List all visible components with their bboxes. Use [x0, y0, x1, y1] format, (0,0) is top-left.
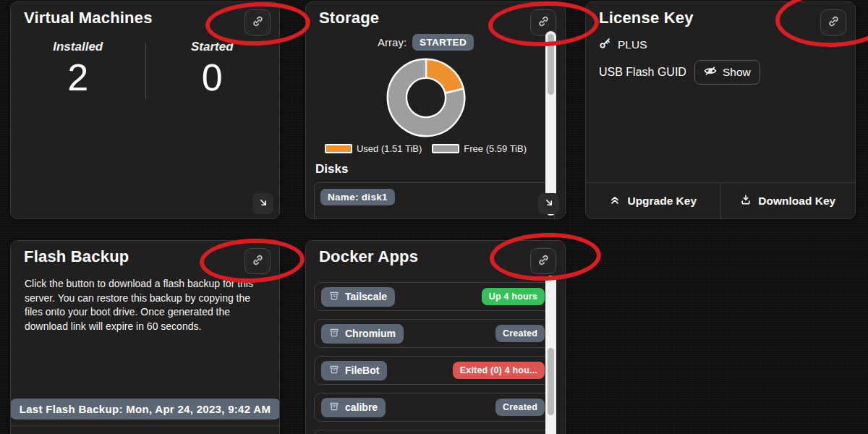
docker-app-name: FileBot — [345, 365, 379, 376]
disks-heading: Disks — [315, 162, 348, 176]
download-key-label: Download Key — [758, 195, 835, 208]
angles-up-icon — [609, 194, 621, 208]
vm-started-column: Started 0 — [145, 40, 280, 96]
array-status-badge: STARTED — [412, 34, 474, 51]
docker-scrollbar-thumb[interactable] — [548, 348, 554, 415]
free-legend-label: Free (5.59 TiB) — [464, 143, 527, 154]
legend-item-free: Free (5.59 TiB) — [432, 143, 527, 154]
docker-app-row-filebot: FileBot Exited (0) 4 hou... — [314, 356, 552, 385]
license-key-card: License Key PLUS USB Flash GUID Show Upg… — [585, 1, 856, 219]
flash-backup-card: Flash Backup Click the button to downloa… — [10, 240, 280, 434]
usb-guid-label: USB Flash GUID — [599, 66, 686, 79]
flash-footer-divider — [11, 425, 279, 426]
docker-app-name: calibre — [345, 401, 378, 413]
legend-item-used: Used (1.51 TiB) — [325, 143, 422, 154]
docker-app-badge[interactable]: calibre — [321, 398, 386, 417]
docker-app-row-calibre: calibre Created — [314, 393, 552, 422]
eye-slash-icon — [704, 64, 717, 80]
license-tier-label: PLUS — [618, 38, 647, 51]
vm-started-label: Started — [145, 40, 280, 54]
free-swatch — [432, 144, 459, 153]
storage-donut-chart — [306, 54, 545, 141]
upgrade-key-label: Upgrade Key — [627, 195, 697, 208]
docker-app-row-tailscale: Tailscale Up 4 hours — [314, 282, 552, 311]
link-icon — [537, 253, 550, 270]
license-footer: Upgrade Key Download Key — [586, 182, 855, 218]
docker-app-list: Tailscale Up 4 hours Chromium Created Fi… — [314, 282, 552, 434]
docker-app-status-badge: Created — [495, 399, 545, 416]
archive-box-icon — [329, 291, 339, 303]
show-guid-button[interactable]: Show — [694, 60, 760, 85]
archive-box-icon — [329, 365, 339, 377]
docker-scrollbar[interactable] — [545, 276, 556, 434]
docker-app-status-badge: Created — [495, 325, 545, 342]
vm-installed-label: Installed — [11, 40, 145, 54]
link-icon — [827, 14, 841, 31]
used-swatch — [325, 144, 352, 153]
expand-arrow-icon — [543, 197, 555, 211]
upgrade-key-button[interactable]: Upgrade Key — [586, 183, 720, 218]
flash-backup-description: Click the button to download a flash bac… — [25, 277, 268, 333]
storage-chart-legend: Used (1.51 TiB) Free (5.59 TiB) — [306, 143, 545, 154]
docker-app-row-chromium: Chromium Created — [314, 319, 552, 348]
used-legend-label: Used (1.51 TiB) — [357, 143, 422, 154]
docker-apps-card: Docker Apps Tailscale Up 4 hours Chromiu… — [305, 240, 566, 434]
vm-column-divider — [145, 43, 147, 99]
show-guid-label: Show — [723, 66, 751, 79]
docker-app-badge[interactable]: Tailscale — [321, 287, 395, 307]
archive-box-icon — [329, 328, 339, 340]
storage-donut — [383, 54, 469, 141]
license-tier-row: PLUS — [599, 37, 647, 52]
last-flash-backup-badge: Last Flash Backup: Mon, Apr 24, 2023, 9:… — [10, 399, 280, 420]
docker-app-row-partial — [314, 430, 552, 434]
docker-link-button[interactable] — [530, 248, 556, 274]
link-icon — [251, 253, 265, 270]
docker-app-status-badge: Up 4 hours — [482, 288, 545, 305]
key-icon — [599, 37, 611, 52]
flash-link-button[interactable] — [244, 248, 271, 274]
docker-app-name: Chromium — [345, 328, 396, 339]
docker-app-name: Tailscale — [345, 291, 387, 302]
expand-arrow-icon — [258, 197, 269, 211]
storage-scrollbar-thumb[interactable] — [548, 34, 554, 95]
vm-installed-value: 2 — [11, 59, 145, 96]
vm-expand-button[interactable] — [252, 193, 273, 214]
license-card-title: License Key — [599, 9, 694, 27]
virtual-machines-card: Virtual Machines Installed 2 Started 0 — [10, 1, 280, 219]
storage-expand-button[interactable] — [538, 193, 559, 214]
disk-panel: Name: disk1 — [314, 182, 555, 219]
flash-card-title: Flash Backup — [24, 247, 129, 266]
vm-card-title: Virtual Machines — [24, 9, 153, 27]
disk-name-badge[interactable]: Name: disk1 — [320, 189, 395, 205]
link-icon — [251, 14, 265, 31]
license-link-button[interactable] — [820, 9, 846, 35]
vm-installed-column: Installed 2 — [11, 40, 145, 96]
vm-link-button[interactable] — [244, 9, 271, 35]
archive-box-icon — [329, 401, 339, 414]
download-icon — [740, 194, 752, 208]
docker-app-badge[interactable]: FileBot — [321, 361, 387, 380]
docker-app-badge[interactable]: Chromium — [321, 324, 404, 344]
storage-card-title: Storage — [319, 9, 379, 27]
docker-card-title: Docker Apps — [319, 247, 418, 266]
array-label: Array: — [378, 36, 407, 48]
download-key-button[interactable]: Download Key — [720, 183, 856, 218]
vm-started-value: 0 — [145, 59, 280, 96]
storage-card: Storage Array: STARTED Used (1.51 TiB) F… — [305, 1, 566, 219]
link-icon — [537, 14, 550, 31]
storage-scrollbar[interactable] — [545, 31, 556, 216]
docker-app-status-badge: Exited (0) 4 hou... — [453, 362, 545, 379]
